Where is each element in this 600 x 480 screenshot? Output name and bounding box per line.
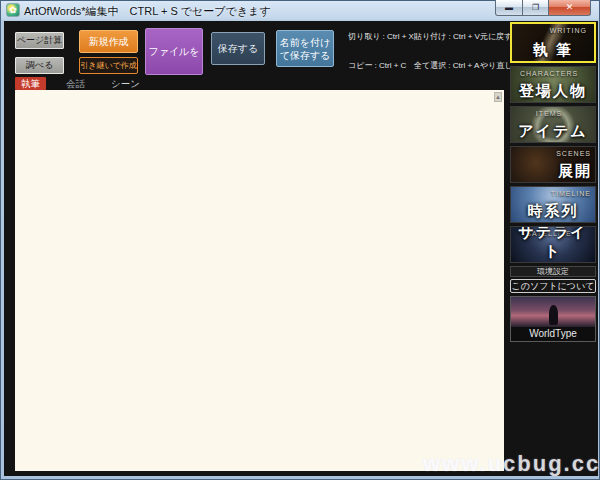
window-title: ArtOfWords*編集中 CTRL + S でセーブできます <box>24 4 271 19</box>
open-file-button[interactable]: ファイルを開く <box>145 28 203 75</box>
sidebar-item-label-ja: サテライト <box>511 226 595 261</box>
sidebar-item-timeline[interactable]: TIMELINE 時系列 <box>510 186 596 223</box>
worldtype-label: WorldType <box>511 327 595 341</box>
shortcut-hints: 切り取り : Ctrl + X 貼り付け : Ctrl + V 元に戻す コピー… <box>348 31 511 71</box>
sidebar-item-label-en: CHARACTERS <box>510 70 591 77</box>
sidebar-item-label-ja: 時系列 <box>511 202 595 221</box>
shortcut-cut: 切り取り : Ctrl + X <box>348 31 414 42</box>
sidebar-item-items[interactable]: ITEMS アイテム <box>510 106 596 143</box>
worldtype-button[interactable]: WorldType <box>510 296 596 342</box>
maximize-button[interactable]: ❐ <box>523 0 549 16</box>
close-button[interactable]: ✕ <box>549 0 591 16</box>
lookup-button[interactable]: 調べる <box>15 57 64 74</box>
sidebar-item-characters[interactable]: CHARACTERS 登場人物 <box>510 66 596 103</box>
page-calc-button[interactable]: ページ計算 <box>15 32 64 49</box>
tab-scene[interactable]: シーン <box>105 77 146 90</box>
sidebar-item-scenes[interactable]: SCENES 展開 <box>510 146 596 183</box>
sidebar-item-label-en: SCENES <box>510 150 591 157</box>
sidebar-item-label-ja: アイテム <box>511 122 595 141</box>
tab-writing[interactable]: 執筆 <box>15 77 46 90</box>
shortcut-paste: 貼り付け : Ctrl + V <box>414 31 480 42</box>
tab-conversation[interactable]: 会話 <box>60 77 91 90</box>
window-controls: ▬ ❐ ✕ <box>495 0 591 16</box>
sidebar-item-label-ja: 登場人物 <box>511 82 595 101</box>
sidebar-item-satellite[interactable]: SATELLITE サテライト <box>510 226 596 263</box>
sidebar-item-label-en: ITEMS <box>510 110 591 117</box>
save-as-button[interactable]: 名前を付けて保存する <box>276 30 334 67</box>
shortcut-copy: コピー : Ctrl + C <box>348 60 414 71</box>
worldtype-image <box>511 297 595 327</box>
settings-button[interactable]: 環境設定 <box>510 266 596 277</box>
create-carryover-button[interactable]: 引き継いで作成 <box>79 57 138 74</box>
app-icon: ✿ <box>6 3 20 17</box>
scrollbar-up-icon[interactable]: ▲ <box>494 92 502 102</box>
save-button[interactable]: 保存する <box>211 32 265 65</box>
title-bar[interactable]: ✿ ArtOfWords*編集中 CTRL + S でセーブできます ▬ ❐ ✕ <box>1 1 599 21</box>
about-button[interactable]: このソフトについて <box>510 279 596 293</box>
sidebar-item-label-en: WRITING <box>510 27 590 34</box>
editor-tabs: 執筆 会話 シーン <box>15 77 146 90</box>
minimize-button[interactable]: ▬ <box>495 0 523 16</box>
sidebar-item-label-ja: 執 筆 <box>512 41 594 60</box>
app-window: ✿ ArtOfWords*編集中 CTRL + S でセーブできます ▬ ❐ ✕… <box>0 0 600 480</box>
sidebar-item-label-en: TIMELINE <box>510 190 591 197</box>
manuscript-text-area[interactable] <box>15 90 504 471</box>
sidebar-item-writing[interactable]: WRITING 執 筆 <box>510 22 596 63</box>
shortcut-select-all: 全て選択 : Ctrl + A <box>414 60 480 71</box>
sidebar-navigation: WRITING 執 筆 CHARACTERS 登場人物 ITEMS アイテム S… <box>508 22 598 472</box>
client-area: ページ計算 調べる 新規作成 引き継いで作成 ファイルを開く 保存する 名前を付… <box>4 21 598 476</box>
create-new-button[interactable]: 新規作成 <box>79 30 138 53</box>
sidebar-item-label-ja: 展開 <box>511 162 595 181</box>
